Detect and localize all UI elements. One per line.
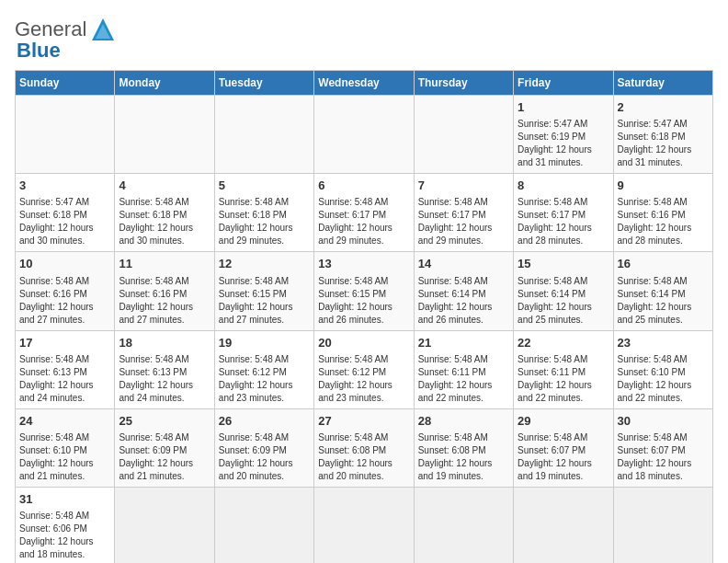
day-info: Sunrise: 5:48 AM Sunset: 6:08 PM Dayligh… bbox=[318, 431, 409, 483]
calendar-week-1: 3Sunrise: 5:47 AM Sunset: 6:18 PM Daylig… bbox=[16, 174, 713, 252]
calendar-cell: 15Sunrise: 5:48 AM Sunset: 6:14 PM Dayli… bbox=[514, 252, 613, 330]
day-info: Sunrise: 5:48 AM Sunset: 6:07 PM Dayligh… bbox=[618, 431, 709, 483]
calendar-week-5: 31Sunrise: 5:48 AM Sunset: 6:06 PM Dayli… bbox=[16, 487, 713, 563]
calendar-week-4: 24Sunrise: 5:48 AM Sunset: 6:10 PM Dayli… bbox=[16, 408, 713, 487]
day-info: Sunrise: 5:48 AM Sunset: 6:11 PM Dayligh… bbox=[518, 353, 609, 405]
calendar-cell: 27Sunrise: 5:48 AM Sunset: 6:08 PM Dayli… bbox=[314, 408, 414, 487]
day-number: 29 bbox=[518, 413, 609, 430]
calendar-cell: 26Sunrise: 5:48 AM Sunset: 6:09 PM Dayli… bbox=[214, 408, 313, 487]
calendar-cell: 28Sunrise: 5:48 AM Sunset: 6:08 PM Dayli… bbox=[414, 408, 513, 487]
calendar-cell: 20Sunrise: 5:48 AM Sunset: 6:12 PM Dayli… bbox=[314, 330, 414, 408]
day-info: Sunrise: 5:48 AM Sunset: 6:13 PM Dayligh… bbox=[19, 353, 110, 405]
day-number: 17 bbox=[19, 335, 110, 351]
day-info: Sunrise: 5:48 AM Sunset: 6:13 PM Dayligh… bbox=[119, 353, 210, 405]
day-number: 14 bbox=[418, 256, 509, 272]
day-info: Sunrise: 5:48 AM Sunset: 6:09 PM Dayligh… bbox=[119, 431, 210, 483]
calendar-cell: 21Sunrise: 5:48 AM Sunset: 6:11 PM Dayli… bbox=[414, 330, 513, 408]
day-number: 27 bbox=[318, 413, 409, 430]
calendar-cell: 11Sunrise: 5:48 AM Sunset: 6:16 PM Dayli… bbox=[115, 252, 214, 330]
day-number: 12 bbox=[219, 256, 310, 272]
calendar-cell bbox=[613, 487, 712, 563]
day-info: Sunrise: 5:47 AM Sunset: 6:18 PM Dayligh… bbox=[618, 118, 709, 169]
day-info: Sunrise: 5:48 AM Sunset: 6:15 PM Dayligh… bbox=[318, 275, 409, 327]
day-number: 4 bbox=[119, 178, 210, 194]
calendar-cell: 14Sunrise: 5:48 AM Sunset: 6:14 PM Dayli… bbox=[414, 252, 513, 330]
day-number: 23 bbox=[618, 335, 709, 351]
calendar-table: SundayMondayTuesdayWednesdayThursdayFrid… bbox=[15, 70, 713, 563]
day-number: 3 bbox=[19, 178, 110, 194]
day-number: 25 bbox=[119, 413, 210, 430]
day-number: 28 bbox=[418, 413, 509, 430]
day-number: 24 bbox=[19, 413, 110, 430]
calendar-cell: 2Sunrise: 5:47 AM Sunset: 6:18 PM Daylig… bbox=[613, 96, 712, 174]
calendar-week-2: 10Sunrise: 5:48 AM Sunset: 6:16 PM Dayli… bbox=[16, 252, 713, 330]
calendar-cell bbox=[16, 96, 115, 174]
day-info: Sunrise: 5:48 AM Sunset: 6:06 PM Dayligh… bbox=[19, 510, 110, 561]
calendar-cell: 25Sunrise: 5:48 AM Sunset: 6:09 PM Dayli… bbox=[115, 408, 214, 487]
logo-blue-text: Blue bbox=[17, 39, 61, 63]
day-number: 7 bbox=[418, 178, 509, 194]
calendar-cell: 22Sunrise: 5:48 AM Sunset: 6:11 PM Dayli… bbox=[514, 330, 613, 408]
calendar-cell: 9Sunrise: 5:48 AM Sunset: 6:16 PM Daylig… bbox=[613, 174, 712, 252]
calendar-cell: 8Sunrise: 5:48 AM Sunset: 6:17 PM Daylig… bbox=[514, 174, 613, 252]
day-info: Sunrise: 5:48 AM Sunset: 6:07 PM Dayligh… bbox=[518, 431, 609, 483]
calendar-cell bbox=[314, 96, 414, 174]
header: General Blue bbox=[15, 15, 713, 63]
header-day-thursday: Thursday bbox=[414, 71, 513, 96]
day-info: Sunrise: 5:48 AM Sunset: 6:14 PM Dayligh… bbox=[618, 275, 709, 327]
calendar-cell: 4Sunrise: 5:48 AM Sunset: 6:18 PM Daylig… bbox=[115, 174, 214, 252]
day-number: 2 bbox=[618, 99, 709, 116]
calendar-cell bbox=[414, 487, 513, 563]
calendar-cell: 1Sunrise: 5:47 AM Sunset: 6:19 PM Daylig… bbox=[514, 96, 613, 174]
day-info: Sunrise: 5:48 AM Sunset: 6:17 PM Dayligh… bbox=[418, 196, 509, 247]
day-info: Sunrise: 5:48 AM Sunset: 6:17 PM Dayligh… bbox=[318, 196, 409, 247]
day-info: Sunrise: 5:48 AM Sunset: 6:16 PM Dayligh… bbox=[618, 196, 709, 247]
day-number: 16 bbox=[618, 256, 709, 272]
day-info: Sunrise: 5:48 AM Sunset: 6:18 PM Dayligh… bbox=[219, 196, 310, 247]
calendar-cell bbox=[214, 487, 313, 563]
calendar-cell: 18Sunrise: 5:48 AM Sunset: 6:13 PM Dayli… bbox=[115, 330, 214, 408]
day-info: Sunrise: 5:48 AM Sunset: 6:08 PM Dayligh… bbox=[418, 431, 509, 483]
calendar-cell: 23Sunrise: 5:48 AM Sunset: 6:10 PM Dayli… bbox=[613, 330, 712, 408]
calendar-cell bbox=[115, 96, 214, 174]
header-day-sunday: Sunday bbox=[16, 71, 115, 96]
day-number: 31 bbox=[19, 491, 110, 508]
calendar-cell bbox=[115, 487, 214, 563]
day-number: 15 bbox=[518, 256, 609, 272]
day-number: 30 bbox=[618, 413, 709, 430]
logo: General Blue bbox=[15, 15, 118, 63]
calendar-cell: 7Sunrise: 5:48 AM Sunset: 6:17 PM Daylig… bbox=[414, 174, 513, 252]
day-info: Sunrise: 5:48 AM Sunset: 6:15 PM Dayligh… bbox=[219, 275, 310, 327]
day-number: 19 bbox=[219, 335, 310, 351]
calendar-cell: 12Sunrise: 5:48 AM Sunset: 6:15 PM Dayli… bbox=[214, 252, 313, 330]
day-info: Sunrise: 5:48 AM Sunset: 6:12 PM Dayligh… bbox=[318, 353, 409, 405]
calendar-cell: 5Sunrise: 5:48 AM Sunset: 6:18 PM Daylig… bbox=[214, 174, 313, 252]
day-info: Sunrise: 5:48 AM Sunset: 6:16 PM Dayligh… bbox=[119, 275, 210, 327]
calendar-cell bbox=[214, 96, 313, 174]
day-number: 21 bbox=[418, 335, 509, 351]
logo-icon bbox=[88, 15, 118, 44]
calendar-body: 1Sunrise: 5:47 AM Sunset: 6:19 PM Daylig… bbox=[16, 96, 713, 564]
day-info: Sunrise: 5:47 AM Sunset: 6:18 PM Dayligh… bbox=[19, 196, 110, 247]
day-info: Sunrise: 5:48 AM Sunset: 6:14 PM Dayligh… bbox=[418, 275, 509, 327]
day-number: 9 bbox=[618, 178, 709, 194]
calendar-week-0: 1Sunrise: 5:47 AM Sunset: 6:19 PM Daylig… bbox=[16, 96, 713, 174]
day-number: 26 bbox=[219, 413, 310, 430]
calendar-cell: 29Sunrise: 5:48 AM Sunset: 6:07 PM Dayli… bbox=[514, 408, 613, 487]
day-info: Sunrise: 5:48 AM Sunset: 6:11 PM Dayligh… bbox=[418, 353, 509, 405]
header-day-saturday: Saturday bbox=[613, 71, 712, 96]
day-info: Sunrise: 5:47 AM Sunset: 6:19 PM Dayligh… bbox=[518, 118, 609, 169]
day-info: Sunrise: 5:48 AM Sunset: 6:10 PM Dayligh… bbox=[19, 431, 110, 483]
header-day-wednesday: Wednesday bbox=[314, 71, 414, 96]
calendar-cell bbox=[414, 96, 513, 174]
day-number: 20 bbox=[318, 335, 409, 351]
day-number: 1 bbox=[518, 99, 609, 116]
calendar-cell: 17Sunrise: 5:48 AM Sunset: 6:13 PM Dayli… bbox=[16, 330, 115, 408]
day-number: 5 bbox=[219, 178, 310, 194]
day-number: 13 bbox=[318, 256, 409, 272]
calendar-cell bbox=[314, 487, 414, 563]
calendar-cell: 13Sunrise: 5:48 AM Sunset: 6:15 PM Dayli… bbox=[314, 252, 414, 330]
day-info: Sunrise: 5:48 AM Sunset: 6:14 PM Dayligh… bbox=[518, 275, 609, 327]
day-number: 10 bbox=[19, 256, 110, 272]
header-row: SundayMondayTuesdayWednesdayThursdayFrid… bbox=[16, 71, 713, 96]
